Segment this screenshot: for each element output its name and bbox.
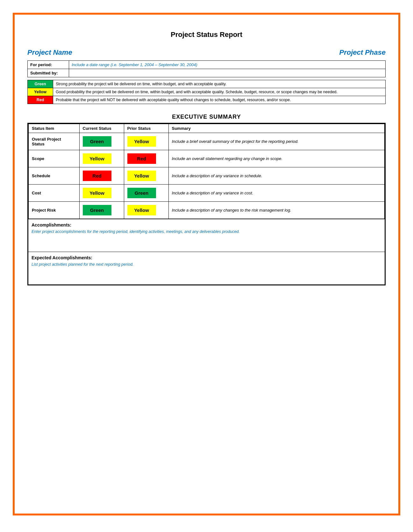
- accomplishments-text[interactable]: Enter project accomplishments for the re…: [32, 229, 381, 248]
- submitted-by-value[interactable]: [69, 69, 386, 77]
- accomplishments-section: Accomplishments: Enter project accomplis…: [28, 219, 385, 252]
- current-badge-0: Green: [83, 136, 111, 147]
- for-period-value[interactable]: Include a date range (i.e. September 1, …: [69, 61, 386, 69]
- legend-green-label: Green: [28, 80, 53, 88]
- current-badge-4: Green: [83, 205, 111, 215]
- legend-yellow-label: Yellow: [28, 88, 53, 96]
- executive-row-0: Overall ProjectStatus Green Yellow Inclu…: [28, 133, 385, 150]
- legend-row-red: Red Probable that the project will NOT b…: [28, 96, 386, 104]
- current-badge-1: Yellow: [83, 153, 111, 164]
- prior-badge-1: Red: [127, 153, 156, 164]
- prior-status-2: Yellow: [124, 167, 168, 185]
- status-item-2: Schedule: [28, 167, 79, 185]
- current-badge-3: Yellow: [83, 188, 111, 198]
- legend-row-yellow: Yellow Good probability the project will…: [28, 88, 386, 96]
- col-prior-status: Prior Status: [124, 124, 168, 133]
- executive-row-1: Scope Yellow Red Include an overall stat…: [28, 150, 385, 167]
- col-status-item: Status Item: [28, 124, 79, 133]
- current-status-3: Yellow: [79, 185, 124, 202]
- legend-red-description: Probable that the project will NOT be de…: [53, 96, 386, 104]
- current-status-0: Green: [79, 133, 124, 150]
- prior-badge-4: Yellow: [127, 205, 156, 215]
- project-name-label: Project Name: [27, 48, 72, 57]
- info-table: For period: Include a date range (i.e. S…: [27, 60, 386, 77]
- accomplishments-title: Accomplishments:: [32, 222, 381, 228]
- prior-badge-0: Yellow: [127, 136, 156, 147]
- executive-row-2: Schedule Red Yellow Include a descriptio…: [28, 167, 385, 185]
- summary-2: Include a description of any variance in…: [168, 167, 385, 185]
- prior-status-0: Yellow: [124, 133, 168, 150]
- executive-summary-table: Status Item Current Status Prior Status …: [28, 123, 385, 219]
- current-status-2: Red: [79, 167, 124, 185]
- summary-0: Include a brief overall summary of the p…: [168, 133, 385, 150]
- current-status-1: Yellow: [79, 150, 124, 167]
- page-title: Project Status Report: [27, 31, 386, 39]
- submitted-by-label: Submitted by:: [28, 69, 69, 77]
- executive-row-3: Cost Yellow Green Include a description …: [28, 185, 385, 202]
- outer-border: Project Status Report Project Name Proje…: [13, 13, 400, 515]
- project-phase-label: Project Phase: [339, 48, 386, 57]
- for-period-row: For period: Include a date range (i.e. S…: [28, 61, 386, 69]
- status-item-1: Scope: [28, 150, 79, 167]
- executive-summary-title: EXECUTIVE SUMMARY: [27, 114, 386, 120]
- prior-badge-3: Green: [127, 188, 156, 198]
- expected-accomplishments-text[interactable]: List project activities planned for the …: [32, 262, 381, 281]
- for-period-label: For period:: [28, 61, 69, 69]
- current-status-4: Green: [79, 202, 124, 219]
- prior-status-1: Red: [124, 150, 168, 167]
- legend-yellow-description: Good probability the project will be del…: [53, 88, 386, 96]
- legend-green-description: Strong probability the project will be d…: [53, 80, 386, 88]
- summary-4: Include a description of any changes to …: [168, 202, 385, 219]
- summary-3: Include a description of any variance in…: [168, 185, 385, 202]
- executive-row-4: Project Risk Green Yellow Include a desc…: [28, 202, 385, 219]
- expected-accomplishments-title: Expected Accomplishments:: [32, 255, 381, 260]
- col-summary: Summary: [168, 124, 385, 133]
- expected-accomplishments-section: Expected Accomplishments: List project a…: [28, 252, 385, 285]
- project-header-row: Project Name Project Phase: [27, 48, 386, 57]
- executive-summary-wrapper: Status Item Current Status Prior Status …: [27, 123, 386, 285]
- summary-1: Include an overall statement regarding a…: [168, 150, 385, 167]
- prior-status-4: Yellow: [124, 202, 168, 219]
- prior-badge-2: Yellow: [127, 171, 156, 181]
- executive-table-header: Status Item Current Status Prior Status …: [28, 124, 385, 133]
- col-current-status: Current Status: [79, 124, 124, 133]
- legend-red-label: Red: [28, 96, 53, 104]
- legend-row-green: Green Strong probability the project wil…: [28, 80, 386, 88]
- submitted-by-row: Submitted by:: [28, 69, 386, 77]
- status-item-3: Cost: [28, 185, 79, 202]
- status-item-0: Overall ProjectStatus: [28, 133, 79, 150]
- status-item-4: Project Risk: [28, 202, 79, 219]
- legend-table: Green Strong probability the project wil…: [27, 80, 386, 104]
- prior-status-3: Green: [124, 185, 168, 202]
- current-badge-2: Red: [83, 171, 111, 181]
